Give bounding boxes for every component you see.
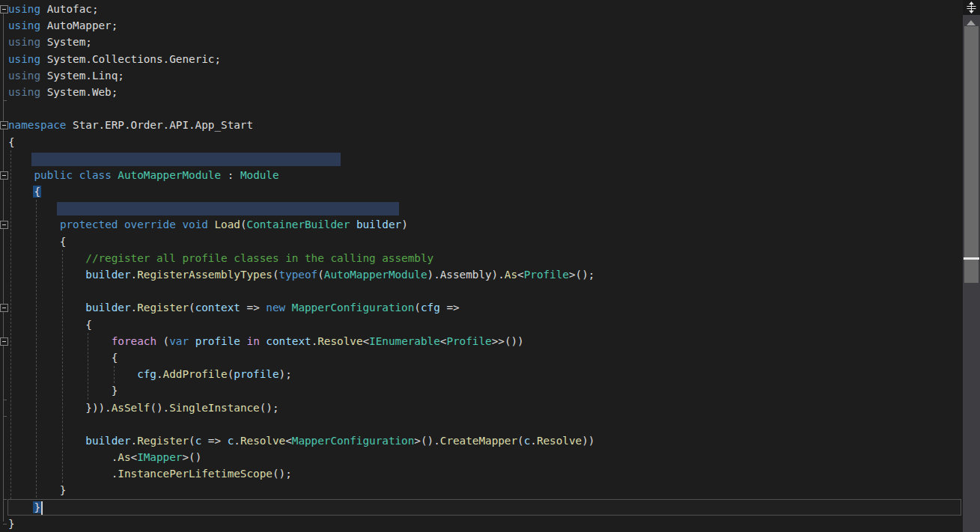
fold-region-end-tick bbox=[3, 100, 7, 101]
scrollbar-thumb[interactable] bbox=[964, 26, 979, 283]
code-line-29[interactable]: .InstancePerLifetimeScope(); bbox=[0, 465, 963, 482]
fold-collapse-toggle-icon[interactable] bbox=[0, 171, 8, 180]
token-m: Register bbox=[137, 302, 189, 314]
fold-collapse-toggle-icon[interactable] bbox=[0, 337, 8, 346]
code-line-3[interactable]: using System; bbox=[0, 34, 963, 50]
token-pl: ( bbox=[317, 269, 324, 281]
token-pl: } bbox=[8, 518, 15, 530]
token-p: builder bbox=[356, 218, 401, 230]
code-line-6[interactable]: using System.Web; bbox=[0, 84, 963, 100]
fold-region-end-tick bbox=[3, 524, 7, 525]
code-line-7[interactable] bbox=[0, 100, 963, 117]
fold-collapse-toggle-icon[interactable] bbox=[0, 304, 8, 312]
code-line-2[interactable]: using AutoMapper; bbox=[0, 17, 963, 34]
code-line-27[interactable]: builder.Register(c => c.Resolve<MapperCo… bbox=[0, 432, 963, 449]
code-line-24[interactable]: } bbox=[0, 382, 963, 399]
token-pl: System.Collections.Generic; bbox=[40, 53, 221, 65]
split-editor-grip-icon bbox=[967, 1, 976, 13]
fold-region-end-tick bbox=[3, 416, 7, 417]
token-k: namespace bbox=[8, 119, 66, 131]
code-line-10[interactable] bbox=[0, 150, 963, 167]
token-m: As bbox=[505, 269, 517, 281]
token-pl: . bbox=[234, 435, 240, 447]
token-pl: => bbox=[240, 302, 266, 314]
code-line-26[interactable] bbox=[0, 416, 963, 432]
editor-splitter-handle[interactable] bbox=[963, 0, 980, 15]
token-p: c bbox=[524, 435, 531, 447]
code-line-13[interactable] bbox=[0, 200, 963, 216]
code-line-21[interactable]: foreach (var profile in context.Resolve<… bbox=[0, 333, 963, 349]
token-t: IMapper bbox=[137, 451, 182, 463]
token-bh: } bbox=[33, 501, 41, 513]
token-m: Resolve bbox=[537, 435, 582, 447]
token-t: IEnumerable bbox=[369, 335, 440, 347]
token-pl: } bbox=[8, 385, 118, 397]
token-pl bbox=[8, 435, 85, 447]
token-pl bbox=[8, 368, 137, 380]
code-line-31[interactable]: } bbox=[7, 499, 961, 516]
code-line-32[interactable]: } bbox=[0, 516, 963, 532]
code-line-19[interactable]: builder.Register(context => new MapperCo… bbox=[0, 299, 963, 316]
token-pl: . bbox=[8, 468, 118, 480]
fold-region-line bbox=[3, 12, 4, 522]
code-editor: using Autofac;using AutoMapper;using Sys… bbox=[0, 0, 980, 532]
code-line-14[interactable]: protected override void Load(ContainerBu… bbox=[0, 216, 963, 233]
token-t: Profile bbox=[446, 335, 491, 347]
token-p: c bbox=[195, 435, 202, 447]
code-line-5[interactable]: using System.Linq; bbox=[0, 67, 963, 84]
code-line-11[interactable]: public class AutoMapperModule : Module bbox=[0, 167, 963, 183]
token-pl: => bbox=[440, 302, 460, 314]
indent-guide bbox=[88, 333, 88, 400]
token-m: RegisterAssemblyTypes bbox=[137, 269, 273, 281]
code-line-8[interactable]: namespace Star.ERP.Order.API.App_Start bbox=[0, 117, 963, 133]
token-pl: (). bbox=[150, 402, 169, 414]
code-line-18[interactable] bbox=[0, 283, 963, 299]
code-line-15[interactable]: { bbox=[0, 233, 963, 250]
indent-guide bbox=[114, 366, 115, 383]
token-kd: using bbox=[8, 86, 40, 98]
token-k: new bbox=[266, 302, 285, 314]
token-pl: : bbox=[221, 169, 240, 181]
text-caret bbox=[41, 501, 43, 515]
token-pl: Autofac; bbox=[40, 3, 98, 15]
token-pl: >(). bbox=[414, 435, 439, 447]
code-line-12[interactable]: { bbox=[0, 183, 963, 200]
token-pl: ( bbox=[156, 335, 169, 347]
token-m: Register bbox=[137, 435, 189, 447]
scroll-up-arrow-icon[interactable] bbox=[967, 20, 976, 25]
code-line-25[interactable]: })).AsSelf().SingleInstance(); bbox=[0, 400, 963, 416]
token-k: public bbox=[34, 169, 73, 181]
token-p: cfg bbox=[137, 368, 156, 380]
token-pl bbox=[285, 302, 292, 314]
token-pl: ); bbox=[279, 368, 292, 380]
code-line-17[interactable]: builder.RegisterAssemblyTypes(typeof(Aut… bbox=[0, 266, 963, 283]
fold-collapse-toggle-icon[interactable] bbox=[0, 121, 8, 129]
token-p: builder bbox=[85, 269, 130, 281]
token-k: void bbox=[182, 218, 207, 230]
code-line-16[interactable]: //register all profile classes in the ca… bbox=[0, 250, 963, 266]
code-area[interactable]: using Autofac;using AutoMapper;using Sys… bbox=[0, 1, 963, 532]
token-pl bbox=[8, 218, 60, 230]
code-line-1[interactable]: using Autofac; bbox=[0, 1, 963, 17]
code-line-30[interactable]: } bbox=[0, 482, 963, 498]
code-line-4[interactable]: using System.Collections.Generic; bbox=[0, 51, 963, 67]
minus-glyph bbox=[2, 341, 6, 342]
token-t: MapperConfiguration bbox=[292, 435, 415, 447]
token-pl: >(); bbox=[569, 269, 594, 281]
token-t: Module bbox=[240, 169, 279, 181]
token-m: SingleInstance bbox=[169, 402, 260, 414]
token-kd: using bbox=[8, 36, 40, 48]
code-line-20[interactable]: { bbox=[0, 317, 963, 333]
token-m: Load bbox=[214, 218, 240, 230]
fold-collapse-toggle-icon[interactable] bbox=[0, 5, 8, 13]
code-line-9[interactable]: { bbox=[0, 134, 963, 150]
token-ct: in bbox=[247, 335, 260, 347]
code-line-28[interactable]: .As<IMapper>() bbox=[0, 449, 963, 465]
token-k: using bbox=[8, 3, 40, 15]
selection-highlight-bar bbox=[57, 202, 399, 215]
code-line-23[interactable]: cfg.AddProfile(profile); bbox=[0, 366, 963, 382]
token-m: Resolve bbox=[317, 335, 362, 347]
fold-collapse-toggle-icon[interactable] bbox=[0, 221, 8, 229]
code-line-22[interactable]: { bbox=[0, 349, 963, 366]
token-m: As bbox=[118, 451, 130, 463]
